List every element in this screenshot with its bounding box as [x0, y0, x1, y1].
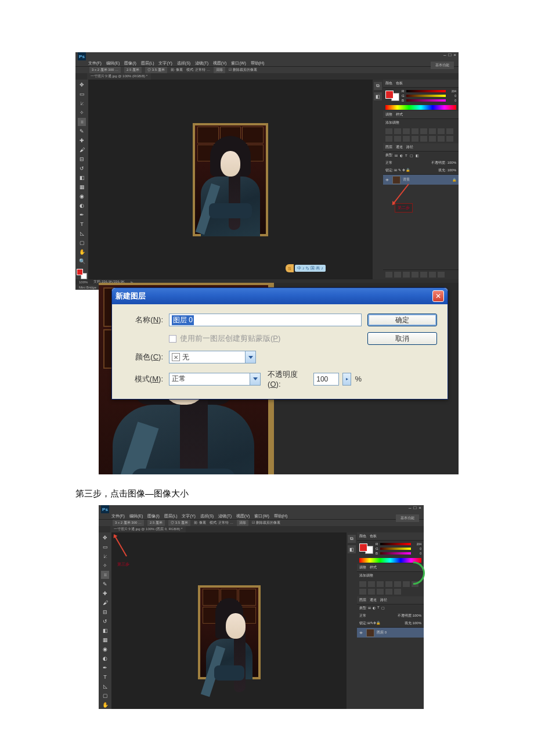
menu-filter[interactable]: 滤镜(T): [218, 513, 232, 519]
history-brush-icon[interactable]: ↺: [78, 164, 86, 172]
gradient-tool-icon[interactable]: ▦: [78, 183, 86, 191]
path-tool-icon[interactable]: ◺: [101, 682, 109, 690]
history-panel-icon[interactable]: ⧉: [348, 535, 356, 543]
lasso-tool-icon[interactable]: ⟀: [101, 552, 109, 560]
document-tab[interactable]: 一寸照片卡通.jpg @ 100% (图层 0, RGB/8) *: [110, 526, 186, 532]
adj-icon[interactable]: [394, 128, 401, 134]
new-layer-icon[interactable]: [429, 272, 436, 278]
opacity-spinner[interactable]: ▸: [342, 373, 352, 386]
tab-paths[interactable]: 路径: [406, 145, 413, 150]
filter-icon[interactable]: ▢: [381, 606, 385, 611]
adj-icon[interactable]: [394, 136, 401, 142]
menu-file[interactable]: 文件(F): [111, 513, 125, 519]
mode-select[interactable]: 正常: [169, 373, 261, 386]
menu-edit[interactable]: 编辑(E): [106, 60, 120, 66]
marquee-tool-icon[interactable]: ▭: [78, 90, 86, 98]
menu-view[interactable]: 视图(V): [236, 513, 250, 519]
adj-icon[interactable]: [412, 136, 418, 142]
menu-window[interactable]: 窗口(W): [254, 513, 269, 519]
fill-control[interactable]: 填充: 100%: [438, 168, 456, 173]
blend-mode[interactable]: 正常: [385, 160, 392, 165]
layer-0[interactable]: 👁 图层 0: [357, 627, 424, 638]
crop-width[interactable]: 2.5 厘米: [124, 67, 142, 73]
brush-tool-icon[interactable]: 🖌: [78, 146, 86, 154]
menu-layer[interactable]: 图层(L): [141, 60, 154, 66]
adj-icon[interactable]: [385, 128, 392, 134]
group-icon[interactable]: [420, 272, 427, 278]
zoom-tool-icon[interactable]: 🔍: [78, 257, 86, 265]
menu-select[interactable]: 选择(S): [200, 513, 214, 519]
b-slider[interactable]: [406, 99, 446, 102]
hand-tool-icon[interactable]: ✋: [101, 701, 109, 709]
shape-tool-icon[interactable]: ▢: [78, 239, 86, 247]
type-tool-icon[interactable]: T: [78, 220, 86, 228]
link-layers-icon[interactable]: [385, 272, 392, 278]
marquee-tool-icon[interactable]: ▭: [101, 543, 109, 551]
move-tool-icon[interactable]: ✥: [78, 81, 86, 89]
filter-icon[interactable]: ◐: [400, 153, 403, 157]
panel-color-picker-icon[interactable]: [385, 91, 399, 101]
type-tool-icon[interactable]: T: [101, 673, 109, 681]
dodge-tool-icon[interactable]: ◐: [78, 201, 86, 210]
brush-tool-icon[interactable]: 🖌: [101, 599, 109, 607]
minimize-button[interactable]: –: [443, 52, 446, 57]
adj-icon[interactable]: [446, 136, 453, 142]
trash-icon[interactable]: [438, 272, 445, 278]
menu-type[interactable]: 文字(Y): [158, 60, 172, 66]
blur-tool-icon[interactable]: ◉: [101, 645, 109, 653]
properties-panel-icon[interactable]: ◧: [374, 92, 382, 100]
menu-layer[interactable]: 图层(L): [164, 513, 178, 519]
gradient-tool-icon[interactable]: ▦: [101, 636, 109, 644]
dropdown-icon[interactable]: [250, 373, 260, 385]
close-button[interactable]: ×: [453, 52, 456, 57]
b-value[interactable]: 0: [447, 99, 456, 102]
crop-clear[interactable]: 清除: [237, 520, 248, 526]
layer-kind[interactable]: 类型: [359, 606, 366, 611]
filter-icon[interactable]: ◧: [416, 153, 419, 157]
tab-color[interactable]: 颜色: [385, 81, 392, 86]
menu-filter[interactable]: 滤镜(T): [195, 60, 208, 66]
menu-select[interactable]: 选择(S): [177, 60, 190, 66]
fx-icon[interactable]: [394, 272, 401, 278]
canvas-area[interactable]: 第三步 S 中 ♪ ち 国 画 ♪: [111, 532, 347, 709]
layer-background[interactable]: 👁 背景 🔒: [383, 174, 459, 185]
pen-tool-icon[interactable]: ✒: [78, 211, 86, 219]
ime-logo-icon[interactable]: S: [286, 264, 294, 272]
adj-icon[interactable]: [420, 136, 427, 142]
adj-icon[interactable]: [385, 581, 392, 587]
menu-help[interactable]: 帮助(H): [274, 513, 288, 519]
adj-icon[interactable]: [368, 589, 375, 595]
pen-tool-icon[interactable]: ✒: [101, 664, 109, 672]
adj-icon[interactable]: [429, 136, 436, 142]
dropdown-icon[interactable]: [245, 351, 255, 363]
maximize-button[interactable]: □: [413, 505, 416, 510]
wand-tool-icon[interactable]: ✧: [101, 561, 109, 570]
menu-help[interactable]: 帮助(H): [251, 60, 265, 66]
adj-icon[interactable]: [403, 581, 410, 587]
name-input[interactable]: 图层 0: [169, 314, 362, 326]
adj-icon[interactable]: [403, 128, 410, 134]
heal-tool-icon[interactable]: ✚: [78, 136, 86, 145]
crop-tool-icon[interactable]: ⌗: [101, 571, 109, 579]
workspace-switcher[interactable]: 基本功能: [431, 62, 454, 69]
tab-channels[interactable]: 通道: [396, 145, 403, 150]
adjustment-layer-icon[interactable]: [412, 272, 418, 278]
mini-bridge-tab[interactable]: Mini Bridge: [79, 286, 96, 289]
filter-icon[interactable]: ⊞: [395, 153, 398, 157]
tab-styles[interactable]: 样式: [396, 112, 403, 117]
g-value[interactable]: 0: [447, 94, 456, 98]
crop-preset[interactable]: 3 x 2 厘米 300 …: [89, 67, 121, 73]
adj-icon[interactable]: [385, 136, 392, 142]
eraser-tool-icon[interactable]: ◧: [101, 627, 109, 635]
cancel-button[interactable]: 取消: [367, 332, 437, 345]
dialog-titlebar[interactable]: 新建图层 ✕: [112, 288, 448, 304]
tab-channels[interactable]: 通道: [370, 597, 377, 603]
opacity-control[interactable]: 不透明度:100%: [398, 613, 421, 618]
visibility-icon[interactable]: 👁: [359, 631, 364, 635]
stamp-tool-icon[interactable]: ⊟: [101, 608, 109, 616]
heal-tool-icon[interactable]: ✚: [101, 589, 109, 597]
document-tab[interactable]: 一寸照片卡通.jpg @ 100% (RGB/8) *: [87, 73, 151, 80]
stamp-tool-icon[interactable]: ⊟: [78, 155, 86, 163]
maximize-button[interactable]: □: [448, 52, 451, 57]
color-picker-icon[interactable]: [77, 269, 87, 279]
